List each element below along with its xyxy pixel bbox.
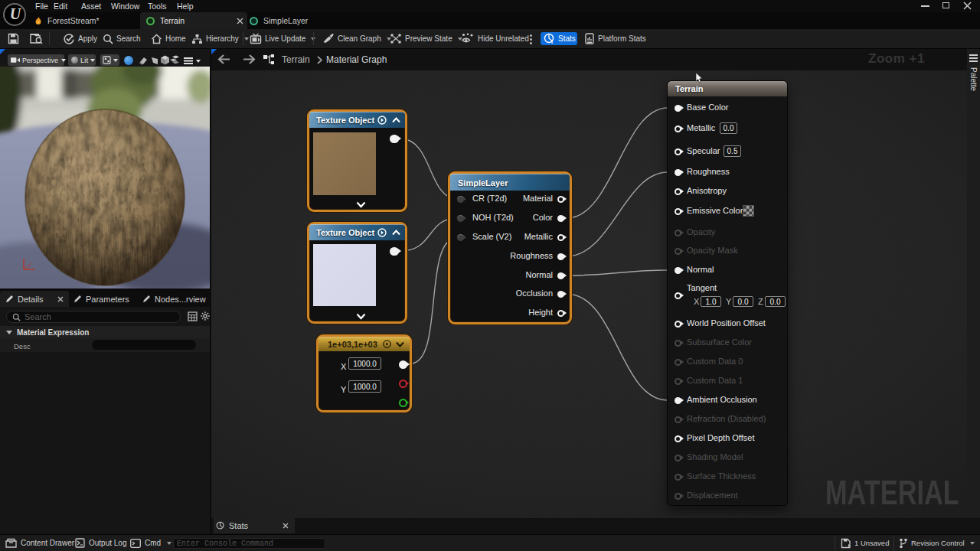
svg-text:i: i (551, 39, 553, 44)
